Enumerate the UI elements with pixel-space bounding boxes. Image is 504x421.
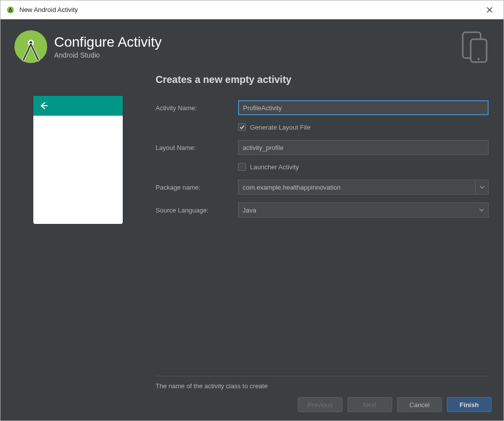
window-title: New Android Activity xyxy=(19,6,480,13)
generate-layout-checkbox[interactable] xyxy=(238,123,246,131)
mock-appbar xyxy=(33,96,123,116)
launcher-activity-checkbox-row: Launcher Activity xyxy=(238,163,489,171)
form-area: Creates a new empty activity Activity Na… xyxy=(156,74,504,394)
activity-name-label: Activity Name: xyxy=(156,104,238,112)
section-heading: Creates a new empty activity xyxy=(156,74,489,85)
android-studio-icon xyxy=(6,6,14,14)
source-language-value: Java xyxy=(243,207,475,214)
dialog-header: Configure Activity Android Studio xyxy=(0,19,504,74)
devices-icon xyxy=(458,30,491,63)
source-language-row: Source Language: Java xyxy=(156,203,489,217)
back-arrow-icon xyxy=(39,101,48,110)
next-button[interactable]: Next xyxy=(347,397,392,412)
help-text: The name of the activity class to create xyxy=(156,382,489,390)
chevron-down-icon[interactable] xyxy=(475,203,488,217)
template-preview xyxy=(0,74,156,394)
form-spacer xyxy=(156,225,489,376)
titlebar: New Android Activity xyxy=(0,0,504,19)
page-title: Configure Activity xyxy=(54,34,458,50)
chevron-down-icon[interactable] xyxy=(475,180,488,194)
cancel-button[interactable]: Cancel xyxy=(397,397,442,412)
page-subtitle: Android Studio xyxy=(54,51,458,59)
window-close-button[interactable] xyxy=(480,0,500,19)
launcher-activity-label: Launcher Activity xyxy=(250,163,299,171)
main-body: Creates a new empty activity Activity Na… xyxy=(0,74,504,394)
header-text: Configure Activity Android Studio xyxy=(54,34,458,59)
package-name-combo[interactable]: com.example.healthappinnovation xyxy=(238,180,489,195)
generate-layout-label: Generate Layout File xyxy=(250,124,310,131)
generate-layout-checkbox-row: Generate Layout File xyxy=(238,123,489,131)
package-name-value: com.example.healthappinnovation xyxy=(243,184,475,191)
finish-button[interactable]: Finish xyxy=(447,397,492,412)
dialog-footer: Previous Next Cancel Finish xyxy=(0,394,504,421)
activity-name-row: Activity Name: xyxy=(156,100,489,115)
separator xyxy=(156,376,489,376)
phone-mock-icon xyxy=(33,96,123,224)
package-name-row: Package name: com.example.healthappinnov… xyxy=(156,180,489,195)
dialog-window: New Android Activity Configure Activity … xyxy=(0,0,504,421)
previous-button[interactable]: Previous xyxy=(298,397,342,412)
source-language-combo[interactable]: Java xyxy=(238,203,489,217)
dialog-content: Configure Activity Android Studio xyxy=(0,19,504,421)
package-name-label: Package name: xyxy=(156,184,238,191)
source-language-label: Source Language: xyxy=(156,207,238,214)
android-studio-logo-icon xyxy=(13,29,48,64)
layout-name-label: Layout Name: xyxy=(156,144,238,151)
svg-point-7 xyxy=(478,58,480,60)
launcher-activity-checkbox[interactable] xyxy=(238,163,246,171)
svg-point-1 xyxy=(10,8,11,9)
layout-name-input[interactable] xyxy=(238,140,489,155)
layout-name-row: Layout Name: xyxy=(156,140,489,155)
activity-name-input[interactable] xyxy=(238,100,489,115)
